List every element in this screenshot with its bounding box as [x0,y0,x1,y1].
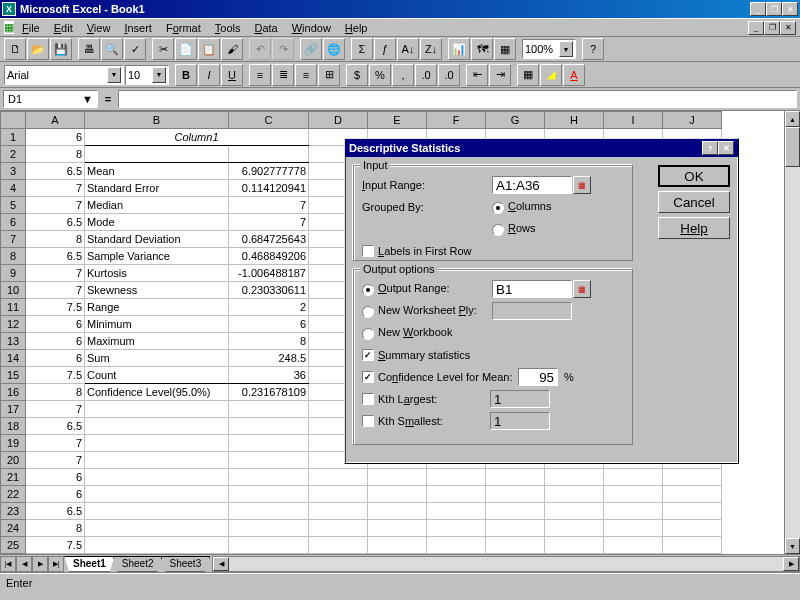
row-header[interactable]: 2 [1,146,26,163]
row-header[interactable]: 12 [1,316,26,333]
vertical-scrollbar[interactable]: ▲ ▼ [784,111,800,554]
row-header[interactable]: 3 [1,163,26,180]
row-header[interactable]: 6 [1,214,26,231]
cell[interactable]: Confidence Level(95.0%) [85,384,229,401]
cell[interactable]: 6 [26,486,85,503]
row-header[interactable]: 17 [1,401,26,418]
menu-view[interactable]: View [81,21,117,35]
cell[interactable]: Maximum [85,333,229,350]
minimize-button[interactable]: _ [750,2,766,16]
spellcheck-button[interactable]: ✓ [124,38,146,60]
zoom-combo[interactable]: 100%▼ [522,39,576,59]
cell[interactable]: 0.230330611 [229,282,309,299]
sheet-tab-2[interactable]: Sheet2 [113,556,163,572]
row-header[interactable]: 21 [1,469,26,486]
row-header[interactable]: 8 [1,248,26,265]
cell[interactable]: Mean [85,163,229,180]
currency-button[interactable]: $ [346,64,368,86]
cut-button[interactable]: ✂ [152,38,174,60]
chevron-down-icon[interactable]: ▼ [107,67,121,83]
increase-decimal-button[interactable]: .0 [415,64,437,86]
cell[interactable]: 36 [229,367,309,384]
menu-window[interactable]: Window [286,21,337,35]
row-header[interactable]: 11 [1,299,26,316]
cell[interactable]: 7 [26,282,85,299]
new-button[interactable]: 🗋 [4,38,26,60]
cell[interactable]: 7 [229,197,309,214]
formula-equals[interactable]: = [98,93,118,105]
tab-nav-first[interactable]: |◀ [0,556,16,572]
kth-largest-checkbox[interactable] [362,393,374,405]
cell[interactable]: 7 [26,452,85,469]
scroll-thumb[interactable] [785,127,800,167]
cell[interactable] [85,146,229,163]
col-header-A[interactable]: A [26,112,85,129]
comma-button[interactable]: , [392,64,414,86]
cell[interactable]: 6.5 [26,248,85,265]
cell[interactable]: Kurtosis [85,265,229,282]
tab-nav-prev[interactable]: ◀ [16,556,32,572]
select-all-corner[interactable] [1,112,26,129]
cell[interactable]: Mode [85,214,229,231]
range-selector-icon[interactable]: ▦ [573,176,591,194]
print-preview-button[interactable]: 🔍 [101,38,123,60]
ok-button[interactable]: OK [658,165,730,187]
row-header[interactable]: 7 [1,231,26,248]
doc-minimize-button[interactable]: _ [748,21,764,35]
cell[interactable]: Count [85,367,229,384]
col-header-B[interactable]: B [85,112,229,129]
row-header[interactable]: 4 [1,180,26,197]
horizontal-scrollbar[interactable]: ◀ ▶ [212,556,800,572]
paste-button[interactable]: 📋 [198,38,220,60]
cell[interactable]: Minimum [85,316,229,333]
col-header-G[interactable]: G [486,112,545,129]
menu-tools[interactable]: Tools [209,21,247,35]
row-header[interactable]: 18 [1,418,26,435]
dialog-help-link[interactable]: Help [658,217,730,239]
help-button[interactable]: ? [582,38,604,60]
labels-first-row-checkbox[interactable] [362,245,374,257]
cell[interactable]: 6 [26,129,85,146]
web-toolbar-button[interactable]: 🌐 [323,38,345,60]
row-header[interactable]: 5 [1,197,26,214]
cell[interactable]: 0.114120941 [229,180,309,197]
cell[interactable]: 0.684725643 [229,231,309,248]
cell[interactable]: 7 [229,214,309,231]
bold-button[interactable]: B [175,64,197,86]
copy-button[interactable]: 📄 [175,38,197,60]
cell[interactable]: 6.5 [26,503,85,520]
grouped-columns-radio[interactable] [492,202,504,214]
dialog-titlebar[interactable]: Descriptive Statistics ? ✕ [345,139,738,157]
formula-bar[interactable] [118,90,797,108]
row-header[interactable]: 20 [1,452,26,469]
merge-button[interactable]: ⊞ [318,64,340,86]
borders-button[interactable]: ▦ [517,64,539,86]
cell[interactable]: 6 [229,316,309,333]
col-header-J[interactable]: J [663,112,722,129]
chevron-down-icon[interactable]: ▼ [82,93,93,105]
cell[interactable]: 6 [26,469,85,486]
cell[interactable]: 7.5 [26,537,85,554]
scroll-up-button[interactable]: ▲ [785,111,800,127]
cell[interactable]: 6 [26,333,85,350]
col-header-E[interactable]: E [368,112,427,129]
cell[interactable]: 7 [26,197,85,214]
cell[interactable]: Standard Deviation [85,231,229,248]
chevron-down-icon[interactable]: ▼ [152,67,166,83]
menu-edit[interactable]: Edit [48,21,79,35]
scroll-left-button[interactable]: ◀ [213,557,229,571]
cell[interactable]: Column1 [85,129,309,146]
range-selector-icon[interactable]: ▦ [573,280,591,298]
cell[interactable]: 7 [26,401,85,418]
map-button[interactable]: 🗺 [471,38,493,60]
cell[interactable]: 8 [26,146,85,163]
menu-file[interactable]: File [16,21,46,35]
cell[interactable]: -1.006488187 [229,265,309,282]
hyperlink-button[interactable]: 🔗 [300,38,322,60]
cell[interactable]: 7.5 [26,299,85,316]
row-header[interactable]: 10 [1,282,26,299]
col-header-C[interactable]: C [229,112,309,129]
align-left-button[interactable]: ≡ [249,64,271,86]
kth-smallest-field[interactable] [490,412,550,430]
autosum-button[interactable]: Σ [351,38,373,60]
